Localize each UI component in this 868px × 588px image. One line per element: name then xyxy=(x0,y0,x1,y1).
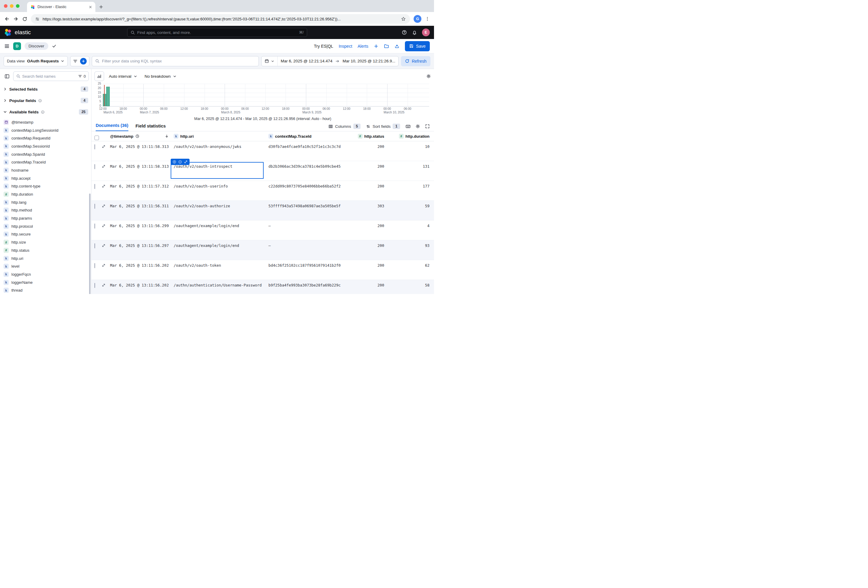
expand-document-icon[interactable] xyxy=(100,181,108,200)
minimize-window-button[interactable] xyxy=(10,4,13,8)
cell-trace-id[interactable]: – xyxy=(266,220,361,240)
cell-http-duration[interactable]: 131 xyxy=(387,161,434,180)
tab-close-icon[interactable] xyxy=(87,4,93,10)
field-item[interactable]: #http.duration xyxy=(2,190,89,198)
cell-http-status[interactable]: 200 xyxy=(361,240,387,260)
cell-http-uri[interactable]: /authn/authentication/Username-Password xyxy=(171,280,266,294)
field-item[interactable]: khttp.accept xyxy=(2,174,89,182)
cell-http-status[interactable]: 200 xyxy=(361,181,387,200)
save-button[interactable]: Save xyxy=(405,41,430,51)
global-search[interactable]: ⌘/ xyxy=(127,28,307,37)
cell-timestamp[interactable]: Mar 6, 2025 @ 13:11:58.313 xyxy=(108,161,171,180)
data-view-picker[interactable]: Data view OAuth Requests xyxy=(4,56,68,66)
cell-trace-id[interactable]: c22dd09c8073705e84006bbe66ba52f2 xyxy=(266,181,361,200)
cell-trace-id[interactable]: db2b3066ac3d39ca3781c4e5b09cbe45 xyxy=(266,161,361,180)
menu-icon[interactable] xyxy=(4,43,10,49)
url-field[interactable]: https://logs.testcluster.example/app/dis… xyxy=(31,14,410,24)
check-icon[interactable] xyxy=(52,44,56,48)
row-checkbox[interactable] xyxy=(92,280,100,294)
cell-http-status[interactable]: 303 xyxy=(361,201,387,220)
cell-trace-id[interactable]: – xyxy=(266,240,361,260)
field-item[interactable]: khostname xyxy=(2,166,89,174)
row-checkbox[interactable] xyxy=(92,201,100,220)
column-header-contextmap-traceid[interactable]: kcontextMap.TraceId xyxy=(266,134,361,139)
select-all-checkbox[interactable] xyxy=(92,132,100,140)
row-checkbox[interactable] xyxy=(92,181,100,200)
column-header-timestamp[interactable]: @timestamp xyxy=(108,134,171,139)
cell-http-status[interactable]: 200 xyxy=(361,220,387,240)
cell-http-duration[interactable]: 4 xyxy=(387,220,434,240)
cell-timestamp[interactable]: Mar 6, 2025 @ 13:11:56.202 xyxy=(108,260,171,279)
field-item[interactable]: kloggerName xyxy=(2,278,89,287)
expand-document-icon[interactable] xyxy=(100,240,108,260)
collapse-sidebar-icon[interactable] xyxy=(2,72,12,81)
new-item-icon[interactable] xyxy=(374,44,378,49)
fullscreen-icon[interactable] xyxy=(425,124,430,129)
user-avatar[interactable]: E xyxy=(422,28,430,36)
field-item[interactable]: khttp.content-type xyxy=(2,182,89,191)
field-item[interactable]: khttp.secure xyxy=(2,230,89,238)
expand-document-icon[interactable] xyxy=(100,220,108,240)
close-window-button[interactable] xyxy=(4,4,7,8)
cell-trace-id[interactable]: bd4c36f25102cc187f9561079141b2f0 xyxy=(266,260,361,279)
alerts-button[interactable]: Alerts xyxy=(357,44,368,49)
sidebar-scrollbar[interactable] xyxy=(89,194,91,294)
browser-tab[interactable]: Discover - Elastic xyxy=(27,2,95,12)
browser-profile-avatar[interactable]: G xyxy=(413,15,421,23)
global-search-input[interactable] xyxy=(137,30,297,35)
filter-out-icon[interactable] xyxy=(178,160,182,164)
field-search[interactable]: 0 xyxy=(13,71,89,81)
interval-select[interactable]: Auto interval xyxy=(106,71,140,81)
sort-fields-button[interactable]: Sort fields 1 xyxy=(366,124,400,129)
sidebar-section-available-fields[interactable]: Available fields25 xyxy=(0,106,91,118)
expand-document-icon[interactable] xyxy=(100,280,108,294)
keyboard-shortcuts-icon[interactable] xyxy=(406,124,410,129)
space-avatar[interactable]: D xyxy=(13,42,21,50)
add-filter-button[interactable] xyxy=(80,58,87,65)
field-item[interactable]: kloggerFqcn xyxy=(2,270,89,278)
field-item[interactable]: #http.size xyxy=(2,238,89,246)
field-item[interactable]: khttp.uri xyxy=(2,254,89,263)
columns-button[interactable]: Columns 5 xyxy=(328,124,360,129)
sidebar-section-selected-fields[interactable]: Selected fields4 xyxy=(0,83,91,95)
filter-icon[interactable] xyxy=(73,59,78,64)
help-icon[interactable] xyxy=(402,30,407,35)
sidebar-section-popular-fields[interactable]: Popular fields4 xyxy=(0,95,91,106)
notifications-icon[interactable] xyxy=(412,30,417,35)
site-settings-icon[interactable] xyxy=(35,17,40,21)
new-tab-button[interactable] xyxy=(99,5,103,9)
date-from[interactable]: Mar 6, 2025 @ 12:21:14.474 xyxy=(278,56,335,66)
row-checkbox[interactable] xyxy=(92,240,100,260)
tab-documents[interactable]: Documents (36) xyxy=(96,123,128,131)
column-header-http-status[interactable]: #http.status xyxy=(361,134,387,139)
cell-http-uri[interactable]: /oauth/v2/oauth-userinfo xyxy=(171,181,266,200)
cell-http-status[interactable]: 200 xyxy=(361,260,387,279)
cell-http-duration[interactable]: 93 xyxy=(387,240,434,260)
chart-options-icon[interactable] xyxy=(426,74,431,78)
expand-document-icon[interactable] xyxy=(100,141,108,161)
share-icon[interactable] xyxy=(394,43,400,49)
cell-timestamp[interactable]: Mar 6, 2025 @ 13:11:57.312 xyxy=(108,181,171,200)
field-item[interactable]: @timestamp xyxy=(2,118,89,126)
date-to[interactable]: Mar 10, 2025 @ 12:21:26.9... xyxy=(340,56,398,66)
expand-document-icon[interactable] xyxy=(100,201,108,220)
row-checkbox[interactable] xyxy=(92,141,100,161)
cell-http-status[interactable]: 200 xyxy=(361,280,387,294)
cell-trace-id[interactable]: 53ffff943a57498a06987ae3a505be5f xyxy=(266,201,361,220)
field-item[interactable]: khttp.params xyxy=(2,214,89,222)
breadcrumb[interactable]: Discover xyxy=(25,42,48,50)
field-item[interactable]: klevel xyxy=(2,262,89,270)
histogram-chart[interactable]: 0510152025 12:0018:0000:0006:0012:0018:0… xyxy=(94,83,430,115)
expand-cell-icon[interactable] xyxy=(184,160,188,164)
inspect-button[interactable]: Inspect xyxy=(339,44,352,49)
cell-timestamp[interactable]: Mar 6, 2025 @ 13:11:56.202 xyxy=(108,280,171,294)
field-item[interactable]: kcontextMap.SessionId xyxy=(2,142,89,150)
cell-timestamp[interactable]: Mar 6, 2025 @ 13:11:58.313 xyxy=(108,141,171,161)
bookmark-star-icon[interactable] xyxy=(401,16,406,21)
cell-http-uri[interactable]: /oauthagent/example/login/end xyxy=(171,240,266,260)
field-item[interactable]: kthread xyxy=(2,286,89,294)
histogram-bar[interactable] xyxy=(106,87,109,106)
kql-search-bar[interactable] xyxy=(92,56,259,66)
cell-http-uri[interactable]: /oauth/v2/oauth-introspect xyxy=(171,161,266,180)
cell-trace-id[interactable]: d30fb7ae4fcae9fa10c52f1e1c3c3c7d xyxy=(266,141,361,161)
